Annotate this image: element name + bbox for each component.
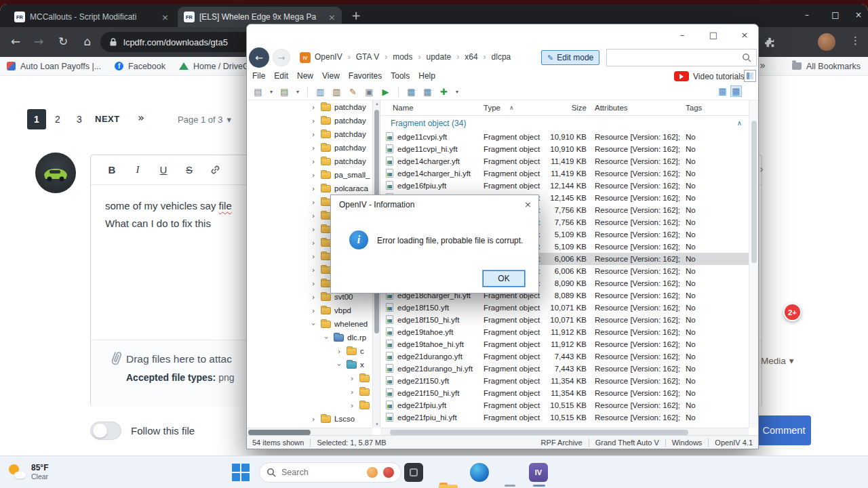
- toolbar-icon[interactable]: ▤: [252, 86, 264, 98]
- dialog-close-icon[interactable]: ×: [524, 199, 532, 209]
- tree-expand-icon[interactable]: [312, 198, 321, 207]
- column-attributes[interactable]: Attributes: [595, 100, 628, 115]
- menu-item[interactable]: Tools: [391, 71, 410, 81]
- menu-item[interactable]: Edit: [274, 71, 288, 81]
- tree-expand-icon[interactable]: [312, 252, 321, 261]
- column-type[interactable]: Type: [484, 100, 500, 115]
- window-maximize-button[interactable]: □: [826, 10, 845, 20]
- file-row[interactable]: edge19tahoe_hi.yft Fragment object 11,91…: [380, 338, 749, 350]
- tree-expand-icon[interactable]: [312, 157, 321, 166]
- menu-item[interactable]: Favorites: [349, 71, 382, 81]
- breadcrumb-segment[interactable]: dlcpa: [478, 52, 511, 62]
- reload-button[interactable]: ↻: [56, 35, 71, 48]
- file-row[interactable]: edge19tahoe.yft Fragment object 11,912 K…: [380, 326, 749, 338]
- openiv-close-button[interactable]: ×: [735, 30, 754, 40]
- forward-button[interactable]: →: [31, 35, 46, 48]
- pagination-next-button[interactable]: NEXT: [95, 114, 120, 124]
- file-row[interactable]: edge18f150_hi.yft Fragment object 10,071…: [380, 314, 749, 326]
- tree-expand-icon[interactable]: [338, 347, 347, 356]
- tree-item[interactable]: [247, 385, 372, 399]
- insert-media-button[interactable]: Media ▾: [761, 355, 794, 366]
- tree-expand-icon[interactable]: [351, 374, 359, 383]
- toolbar-icon[interactable]: ▤: [279, 86, 290, 98]
- openiv-taskbar-icon[interactable]: IV: [529, 463, 548, 482]
- menu-item[interactable]: File: [252, 71, 265, 81]
- edge-browser-icon[interactable]: [470, 463, 489, 482]
- menu-item[interactable]: Help: [418, 71, 435, 81]
- tree-expand-icon[interactable]: [312, 266, 321, 274]
- toolbar-icon[interactable]: ▾: [295, 86, 300, 98]
- tree-expand-icon[interactable]: [312, 279, 321, 288]
- video-tutorials-link[interactable]: Video tutorials: [693, 72, 745, 81]
- bookmark-item[interactable]: Auto Loan Payoffs |...: [7, 62, 101, 71]
- pagination-last-icon[interactable]: »: [138, 111, 144, 124]
- tree-expand-icon[interactable]: [312, 184, 321, 193]
- breadcrumb-segment[interactable]: x64: [451, 52, 477, 62]
- tree-expand-icon[interactable]: [312, 225, 321, 234]
- tree-expand-icon[interactable]: [312, 130, 321, 139]
- openiv-back-button[interactable]: ←: [249, 47, 269, 68]
- view-toggle-icon[interactable]: ▦: [717, 85, 728, 97]
- user-avatar[interactable]: [35, 152, 76, 193]
- breadcrumb-segment[interactable]: mods: [379, 52, 412, 62]
- file-row[interactable]: edge11cvpi.yft Fragment object 10,910 KB…: [380, 131, 749, 143]
- tree-expand-icon[interactable]: [312, 171, 321, 180]
- column-name[interactable]: Name: [393, 100, 414, 115]
- pagination-page-1[interactable]: 1: [27, 109, 46, 129]
- menu-item[interactable]: New: [297, 71, 313, 81]
- toolbar-icon[interactable]: [307, 87, 308, 97]
- openiv-forward-button[interactable]: →: [273, 49, 290, 66]
- tree-expand-icon[interactable]: [351, 401, 359, 410]
- ok-button[interactable]: OK: [483, 270, 525, 287]
- tree-expand-icon[interactable]: [312, 239, 321, 247]
- file-row[interactable]: edge14charger.yft Fragment object 11,419…: [380, 155, 749, 167]
- weather-widget[interactable]: 85°F Clear: [8, 463, 48, 481]
- file-row[interactable]: edge21fpiu.yft Fragment object 10,515 KB…: [380, 399, 749, 411]
- tree-item[interactable]: polcaraca: [247, 182, 372, 195]
- openiv-search-input[interactable]: [607, 53, 742, 62]
- tree-expand-icon[interactable]: [312, 415, 321, 424]
- breadcrumb-segment[interactable]: OpenIV: [315, 52, 342, 62]
- tree-item[interactable]: pa_small_: [247, 168, 372, 182]
- tree-item[interactable]: Lscso: [247, 412, 372, 426]
- insert-link-button[interactable]: [202, 155, 228, 185]
- tree-item[interactable]: patchday: [247, 141, 372, 155]
- openiv-minimize-button[interactable]: –: [673, 30, 692, 40]
- tree-item[interactable]: vbpd: [247, 304, 372, 317]
- tree-item[interactable]: [247, 371, 372, 385]
- tree-expand-icon[interactable]: [338, 361, 347, 369]
- bookmark-item[interactable]: Facebook: [115, 62, 165, 71]
- group-collapse-icon[interactable]: ∧: [737, 116, 742, 131]
- file-row[interactable]: edge21durango.yft Fragment object 7,443 …: [380, 350, 749, 363]
- file-row[interactable]: edge16fpiu.yft Fragment object 12,144 KB…: [380, 180, 749, 192]
- window-close-button[interactable]: ×: [849, 10, 868, 20]
- bookmarks-overflow-icon[interactable]: »: [760, 60, 766, 72]
- toolbar-icon[interactable]: ▥: [331, 86, 342, 98]
- format-button[interactable]: U: [151, 155, 176, 185]
- extensions-icon[interactable]: [764, 36, 776, 48]
- window-minimize-button[interactable]: –: [797, 10, 816, 20]
- column-size[interactable]: Size: [536, 100, 587, 115]
- breadcrumb-segment[interactable]: GTA V: [342, 52, 379, 62]
- app-icon-dark[interactable]: [404, 463, 423, 482]
- file-row[interactable]: edge18f150.yft Fragment object 10,071 KB…: [380, 302, 749, 314]
- tree-expand-icon[interactable]: [351, 388, 359, 396]
- toolbar-more-icon[interactable]: ›: [760, 163, 764, 176]
- pagination-page[interactable]: 2: [52, 114, 64, 125]
- start-button[interactable]: [232, 464, 250, 482]
- file-row[interactable]: edge21durango_hi.yft Fragment object 7,4…: [380, 363, 749, 375]
- tree-item[interactable]: patchday: [247, 127, 372, 141]
- openiv-search-box[interactable]: [606, 49, 757, 66]
- home-button[interactable]: ⌂: [80, 35, 95, 48]
- pagination-page[interactable]: 3: [73, 114, 85, 125]
- format-button[interactable]: S: [176, 155, 202, 185]
- file-explorer-icon[interactable]: [439, 482, 458, 488]
- toolbar-icon[interactable]: ▶: [380, 86, 391, 98]
- column-tags[interactable]: Tags: [686, 100, 702, 115]
- tree-item[interactable]: patchday: [247, 114, 372, 127]
- format-button[interactable]: I: [125, 155, 151, 185]
- comment-text[interactable]: some of my vehicles say file What can I …: [105, 197, 232, 232]
- back-button[interactable]: ←: [8, 35, 23, 48]
- file-row[interactable]: edge21f150.yft Fragment object 11,354 KB…: [380, 375, 749, 387]
- scrollbar-thumb[interactable]: [390, 430, 688, 435]
